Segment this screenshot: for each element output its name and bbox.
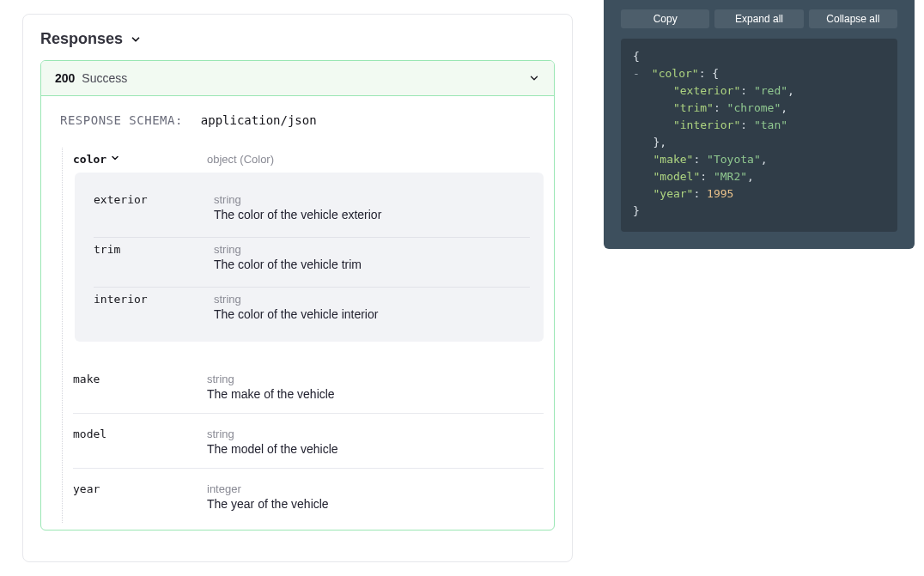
prop-type: integer	[207, 482, 544, 495]
prop-type: string	[214, 293, 530, 306]
responses-header[interactable]: Responses	[40, 30, 555, 48]
prop-type: string	[207, 427, 544, 440]
prop-desc: The model of the vehicle	[207, 442, 544, 456]
collapse-all-button[interactable]: Collapse all	[809, 9, 897, 28]
prop-row-make: make string The make of the vehicle	[73, 359, 544, 414]
status-label: Success	[82, 71, 127, 85]
status-code: 200	[55, 71, 75, 85]
responses-panel: Responses 200 Success RE	[22, 14, 573, 562]
prop-name: color	[73, 153, 106, 166]
prop-type: string	[214, 243, 530, 256]
prop-row-year: year integer The year of the vehicle	[73, 469, 544, 523]
prop-name: year	[73, 482, 100, 495]
prop-desc: The color of the vehicle exterior	[214, 208, 530, 221]
json-sample: { - "color": { "exterior": "red", "trim"…	[621, 39, 897, 232]
schema-label: RESPONSE SCHEMA:	[60, 113, 183, 127]
collapse-toggle[interactable]: -	[633, 65, 641, 82]
schema-mime: application/json	[201, 113, 317, 127]
chevron-down-icon	[528, 72, 540, 84]
val-exterior: "red"	[754, 84, 787, 97]
prop-type: object (Color)	[207, 153, 544, 166]
prop-name: trim	[94, 243, 120, 256]
prop-row-interior: interior string The color of the vehicle…	[94, 288, 530, 330]
sample-panel: Copy Expand all Collapse all { - "color"…	[604, 0, 915, 249]
val-trim: "chrome"	[727, 101, 781, 114]
prop-name: exterior	[94, 193, 148, 206]
prop-name: make	[73, 373, 100, 385]
val-make: "Toyota"	[707, 153, 761, 166]
response-200-header[interactable]: 200 Success	[41, 61, 554, 96]
prop-name: interior	[94, 293, 148, 306]
chevron-down-icon	[110, 153, 120, 163]
val-year: 1995	[707, 187, 733, 200]
response-200-box: 200 Success RESPONSE SCHEMA: application…	[40, 60, 555, 531]
prop-row-model: model string The model of the vehicle	[73, 414, 544, 469]
expand-all-button[interactable]: Expand all	[714, 9, 803, 28]
prop-desc: The color of the vehicle trim	[214, 258, 530, 271]
prop-desc: The make of the vehicle	[207, 387, 544, 401]
prop-row-color[interactable]: color object (Color)	[73, 148, 544, 167]
prop-row-trim: trim string The color of the vehicle tri…	[94, 238, 530, 280]
prop-type: string	[207, 373, 544, 385]
val-interior: "tan"	[754, 118, 787, 131]
prop-type: string	[214, 193, 530, 206]
prop-row-exterior: exterior string The color of the vehicle…	[94, 188, 530, 230]
schema-label-line: RESPONSE SCHEMA: application/json	[60, 113, 544, 127]
val-model: "MR2"	[714, 170, 747, 183]
prop-desc: The color of the vehicle interior	[214, 307, 530, 321]
nested-props-color: exterior string The color of the vehicle…	[75, 173, 544, 342]
copy-button[interactable]: Copy	[621, 9, 709, 28]
prop-name: model	[73, 427, 106, 440]
responses-title: Responses	[40, 30, 123, 48]
prop-desc: The year of the vehicle	[207, 497, 544, 511]
chevron-down-icon	[130, 33, 142, 45]
